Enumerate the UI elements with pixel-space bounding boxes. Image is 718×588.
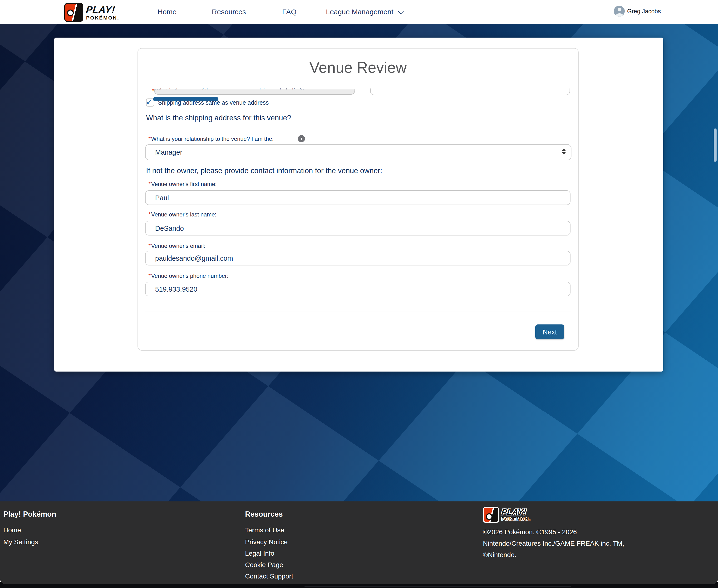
owner-first-name-label: *Venue owner's first name: [148,181,217,187]
copyright-line: ©2026 Pokémon. ©1995 - 2026 [483,526,577,538]
brand-pokemon-label: POKÉMON. [86,15,120,20]
nav-resources[interactable]: Resources [212,7,246,16]
brand-text: PLAY! POKÉMON. [86,5,120,20]
nav-league-management[interactable]: League Management [326,7,403,16]
footer-link-cookie[interactable]: Cookie Page [245,561,283,568]
footer-link-legal[interactable]: Legal Info [245,549,274,557]
checkmark-icon: ✓ [146,99,152,106]
relationship-selected-value: Manager [155,148,182,156]
chevron-down-icon [398,8,404,14]
owner-last-name-label: *Venue owner's last name: [148,211,216,218]
footer-link-home[interactable]: Home [3,526,21,534]
shipping-same-checkbox[interactable]: ✓ [146,99,154,107]
relationship-label: *What is your relationship to the venue?… [148,135,274,142]
venue-name-input[interactable] [154,89,355,95]
footer-link-contact[interactable]: Contact Support [245,572,293,580]
owner-last-name-input[interactable] [145,221,570,235]
focus-highlight-bar [153,97,218,101]
user-name: Greg Jacobs [627,8,661,15]
nav-home[interactable]: Home [157,7,176,16]
content-panel: Venue Review *What is the name of the ve… [54,38,663,372]
avatar-icon [614,6,625,17]
footer-link-terms[interactable]: Terms of Use [245,526,284,534]
owner-contact-heading: If not the owner, please provide contact… [146,167,382,175]
owner-phone-input[interactable] [145,281,570,296]
owner-email-label: *Venue owner's email: [148,243,205,249]
shipping-address-heading: What is the shipping address for this ve… [146,114,291,122]
nav-faq[interactable]: FAQ [282,7,296,16]
pokeball-badge-icon [64,3,83,22]
relationship-select[interactable]: Manager [145,144,571,160]
required-asterisk: * [148,135,151,142]
select-spinner-icon [562,148,566,154]
play-pokemon-logo[interactable]: PLAY! POKÉMON. [64,3,120,22]
footer-link-my-settings[interactable]: My Settings [3,538,38,546]
venue-name-secondary-input[interactable] [370,88,570,95]
copyright-line: ®Nintendo. [483,549,516,561]
user-menu[interactable]: Greg Jacobs [614,6,661,17]
next-button[interactable]: Next [535,324,564,339]
brand-play-label: PLAY! [86,5,120,14]
page: PLAY! POKÉMON. Home Resources FAQ League… [0,0,718,588]
page-title: Venue Review [138,59,578,77]
footer: Play! Pokémon Home My Settings Resources… [0,501,718,584]
top-navbar: PLAY! POKÉMON. Home Resources FAQ League… [0,0,718,24]
footer-brand-heading: Play! Pokémon [3,510,56,519]
footer-logo: PLAY! POKÉMON. [483,507,531,523]
scrollbar-thumb[interactable] [714,128,717,162]
owner-email-input[interactable] [145,251,570,266]
footer-resources-heading: Resources [245,510,283,519]
info-icon[interactable]: i [298,135,305,142]
copyright-line: Nintendo/Creatures Inc./GAME FREAK inc. … [483,538,624,549]
footer-link-privacy[interactable]: Privacy Notice [245,538,288,546]
nav-league-management-label: League Management [326,7,394,16]
owner-first-name-input[interactable] [145,190,570,205]
owner-phone-label: *Venue owner's phone number: [148,273,228,279]
form-divider [145,312,571,312]
pokeball-badge-icon [483,507,499,523]
venue-review-card: Venue Review *What is the name of the ve… [138,48,578,351]
